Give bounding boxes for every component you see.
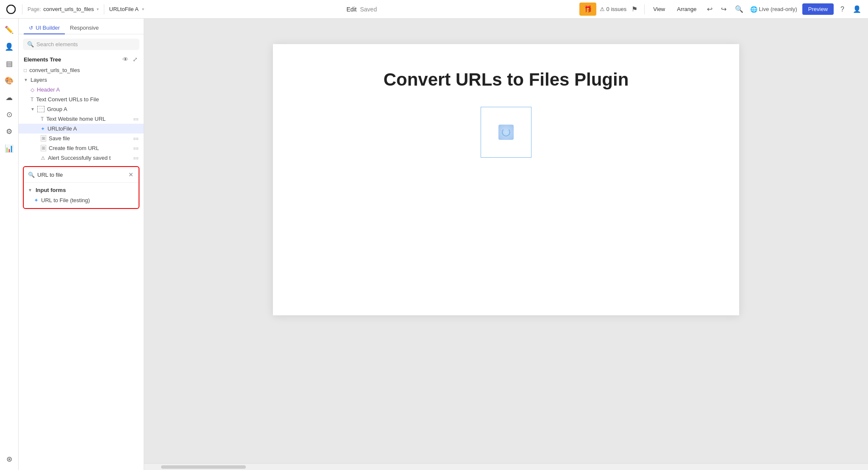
flag-icon[interactable]: ⚑ xyxy=(630,3,639,15)
topbar-right: View Arrange ↩ ↪ 🔍 🌐 Live (read-only) Pr… xyxy=(650,3,863,15)
create-file-icon: ⊞ xyxy=(41,145,46,151)
sidebar-icon-user-circle[interactable]: ⊛ xyxy=(2,451,17,467)
search-section-input-forms[interactable]: ▼ Input forms xyxy=(24,185,139,195)
tree-item-url-to-file-a[interactable]: ✦ URLtoFile A xyxy=(19,124,144,133)
result-plugin-icon: ✦ xyxy=(34,197,39,203)
group-a-expand-icon[interactable]: ▼ xyxy=(31,107,35,111)
search-button[interactable]: 🔍 xyxy=(733,3,745,15)
user-avatar[interactable]: 👤 xyxy=(851,3,863,15)
save-file-label: Save file xyxy=(49,135,131,142)
undo-button[interactable]: ↩ xyxy=(705,3,714,15)
alert-label: Alert Successfully saved t xyxy=(48,155,131,161)
page-name: convert_urls_to_files xyxy=(43,6,94,12)
canvas-page: Convert URLs to Files Plugin xyxy=(273,44,739,315)
topbar: Page: convert_urls_to_files ▾ URLtoFile … xyxy=(0,0,868,19)
live-status: 🌐 Live (read-only) xyxy=(750,6,797,13)
ui-builder-icon: ↺ xyxy=(29,25,33,31)
tree-item-root[interactable]: □ convert_urls_to_files xyxy=(19,65,144,75)
tab-ui-builder-label: UI Builder xyxy=(36,25,60,31)
sidebar-icon-workflow[interactable]: ⊙ xyxy=(2,107,17,122)
text-icon-convert: T xyxy=(31,97,33,103)
plugin-icon-url: ✦ xyxy=(41,126,45,132)
page-label: Page: xyxy=(28,6,41,12)
search-result-url-to-file[interactable]: ✦ URL to File (testing) xyxy=(24,195,139,206)
section-label: Input forms xyxy=(36,187,66,193)
redo-button[interactable]: ↪ xyxy=(719,3,728,15)
create-file-label: Create file from URL xyxy=(49,145,131,151)
svg-point-0 xyxy=(7,5,15,14)
edit-label: Edit xyxy=(346,6,356,13)
result-label: URL to File (testing) xyxy=(41,197,90,203)
sidebar-icon-styles[interactable]: 🎨 xyxy=(2,73,17,88)
layers-expand-icon[interactable]: ▼ xyxy=(24,78,28,82)
tab-responsive-label: Responsive xyxy=(70,25,99,31)
tree-item-text-convert[interactable]: T Text Convert URLs to File xyxy=(19,95,144,104)
panel-tabs: ↺ UI Builder Responsive xyxy=(19,19,144,34)
badge-create: ≡≡ xyxy=(133,146,139,151)
badge-save: ≡≡ xyxy=(133,136,139,141)
sidebar-icon-analytics[interactable]: 📊 xyxy=(2,141,17,156)
sidebar-icons: ✏️ 👤 ▤ 🎨 ☁ ⊙ ⚙ 📊 ⊛ xyxy=(0,19,19,470)
canvas-element-box xyxy=(481,107,531,158)
tree-item-layers[interactable]: ▼ Layers xyxy=(19,75,144,85)
tree-items: □ convert_urls_to_files ▼ Layers ◇ Heade… xyxy=(19,65,144,470)
tree-item-group-a[interactable]: ▼ ⋯ Group A xyxy=(19,104,144,114)
elements-tree-actions: 👁 ⤢ xyxy=(122,55,139,64)
warning-icon: ⚠ xyxy=(600,6,605,12)
tree-item-text-website[interactable]: T Text Website home URL ≡≡ xyxy=(19,114,144,124)
issues-count: 0 issues xyxy=(606,6,627,12)
page-chevron: ▾ xyxy=(97,7,99,11)
search-results-clear-button[interactable]: ✕ xyxy=(128,170,134,179)
visibility-toggle-btn[interactable]: 👁 xyxy=(122,55,129,64)
divider-3 xyxy=(644,4,645,14)
sidebar-icon-data[interactable]: ▤ xyxy=(2,56,17,71)
sidebar-icon-components[interactable]: 👤 xyxy=(2,39,17,54)
divider-1 xyxy=(22,4,22,14)
saved-label: Saved xyxy=(360,6,377,13)
main-canvas-area: Convert URLs to Files Plugin xyxy=(144,19,868,470)
canvas-element-inner xyxy=(498,125,514,140)
page-section: Page: convert_urls_to_files ▾ xyxy=(28,6,99,12)
file-icon: □ xyxy=(24,67,27,73)
text-convert-label: Text Convert URLs to File xyxy=(36,96,139,103)
sidebar-icon-settings[interactable]: ⚙ xyxy=(2,124,17,139)
sidebar-icon-design[interactable]: ✏️ xyxy=(2,22,17,37)
arrange-button[interactable]: Arrange xyxy=(673,4,700,14)
search-input[interactable] xyxy=(36,41,135,47)
search-results-section: ▼ Input forms ✦ URL to File (testing) xyxy=(24,183,139,208)
tab-responsive[interactable]: Responsive xyxy=(65,22,104,34)
header-icon: ◇ xyxy=(31,87,34,93)
alert-icon: ⚠ xyxy=(41,155,45,161)
elements-tree-header: Elements Tree 👁 ⤢ xyxy=(19,53,144,65)
section-expand-icon: ▼ xyxy=(28,188,32,192)
expand-btn[interactable]: ⤢ xyxy=(132,55,139,64)
bottom-scrollbar[interactable] xyxy=(144,463,868,470)
sidebar-icon-plugins[interactable]: ☁ xyxy=(2,90,17,105)
tree-item-create-file[interactable]: ⊞ Create file from URL ≡≡ xyxy=(19,143,144,153)
search-bar[interactable]: 🔍 xyxy=(23,39,139,50)
save-file-icon: ⊞ xyxy=(41,135,46,142)
view-button[interactable]: View xyxy=(650,4,668,14)
app-logo xyxy=(5,3,17,15)
help-button[interactable]: ? xyxy=(839,4,846,15)
loading-spinner xyxy=(502,128,510,136)
globe-icon: 🌐 xyxy=(750,6,757,13)
search-bar-icon: 🔍 xyxy=(27,41,34,47)
tree-item-header-a[interactable]: ◇ Header A xyxy=(19,85,144,95)
workflow-name: URLtoFile A xyxy=(109,6,139,12)
workflow-chevron: ▾ xyxy=(142,7,144,11)
tree-item-alert[interactable]: ⚠ Alert Successfully saved t ≡≡ xyxy=(19,153,144,163)
url-to-file-a-label: URLtoFile A xyxy=(47,125,139,132)
search-results-input[interactable] xyxy=(37,172,125,178)
tab-ui-builder[interactable]: ↺ UI Builder xyxy=(24,22,65,34)
tree-item-save-file[interactable]: ⊞ Save file ≡≡ xyxy=(19,133,144,143)
group-icon: ⋯ xyxy=(37,106,45,112)
live-label: Live (read-only) xyxy=(759,6,797,12)
layers-label: Layers xyxy=(31,77,139,83)
issues-badge[interactable]: ⚠ 0 issues xyxy=(600,6,627,12)
root-label: convert_urls_to_files xyxy=(29,67,139,73)
gift-button[interactable]: 🎁 xyxy=(579,3,596,16)
preview-button[interactable]: Preview xyxy=(802,3,834,15)
search-results-header: 🔍 ✕ xyxy=(24,167,139,183)
search-results-box: 🔍 ✕ ▼ Input forms ✦ URL to File (testing… xyxy=(23,166,139,209)
